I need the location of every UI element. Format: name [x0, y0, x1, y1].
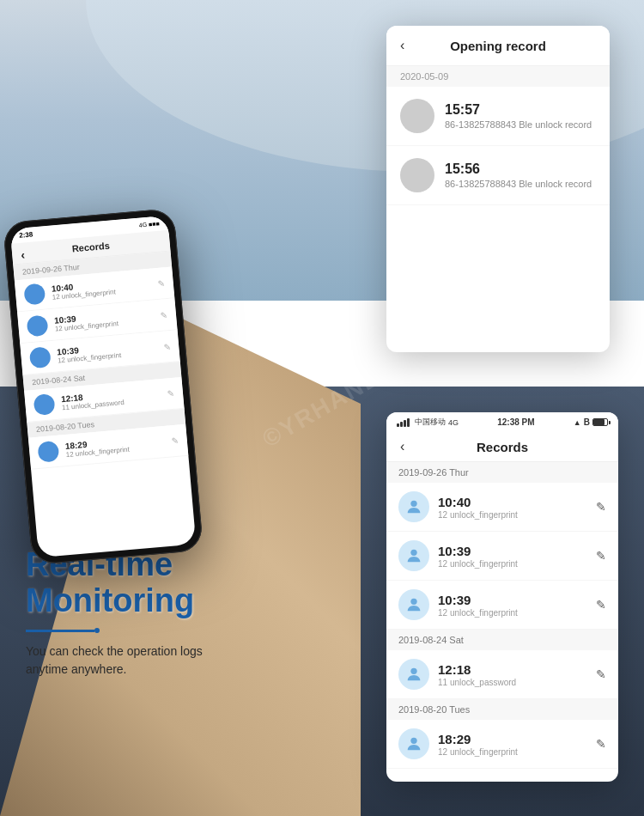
phone-edit-icon: ✎ [161, 310, 168, 320]
opening-record-back-button[interactable]: ‹ [400, 38, 404, 53]
opening-record-header: ‹ Opening record [386, 26, 610, 66]
records-time-2: 10:39 [438, 544, 596, 558]
records-avatar-3 [398, 589, 429, 620]
records-item-1: 10:40 12 unlock_fingerprint ✎ [386, 483, 618, 532]
records-date-1: 2019-09-26 Thur [386, 462, 618, 483]
records-avatar-2 [398, 540, 429, 571]
heading-divider [26, 630, 94, 632]
phone-edit-icon: ✎ [171, 435, 179, 446]
records-item-2: 10:39 12 unlock_fingerprint ✎ [386, 532, 618, 581]
records-edit-icon-2[interactable]: ✎ [596, 549, 606, 563]
phone-avatar [33, 393, 56, 416]
phone-record-info: 10:39 12 unlock_fingerprint [57, 338, 164, 365]
records-desc-1: 12 unlock_fingerprint [438, 510, 596, 520]
svg-point-1 [410, 550, 416, 556]
opening-record-time-2: 15:56 [445, 161, 592, 177]
records-time-1: 10:40 [438, 495, 596, 509]
svg-point-0 [410, 501, 416, 507]
statusbar-left: 中国移动 4G [397, 417, 459, 428]
records-info-4: 12:18 11 unlock_password [438, 662, 596, 687]
signal-bar [397, 418, 410, 427]
records-edit-icon-5[interactable]: ✎ [596, 737, 606, 751]
records-info-1: 10:40 12 unlock_fingerprint [438, 495, 596, 520]
records-desc-2: 12 unlock_fingerprint [438, 559, 596, 569]
opening-record-time-1: 15:57 [445, 102, 592, 118]
phone-nav-title: Records [71, 241, 110, 254]
description: You can check the operation logsanytime … [26, 642, 203, 679]
records-card: 中国移动 4G 12:38 PM ▲ B ‹ Records 2019-09-2… [386, 412, 618, 782]
records-avatar-4 [398, 659, 429, 690]
phone-edit-icon: ✎ [163, 342, 171, 352]
phone-record-info: 12:18 11 unlock_password [61, 386, 168, 412]
phone-edit-icon: ✎ [157, 278, 165, 289]
person-icon-2 [404, 546, 423, 565]
opening-record-title: Opening record [450, 39, 546, 53]
records-item-3: 10:39 12 unlock_fingerprint ✎ [386, 581, 618, 630]
heading-line2: Monitoring [26, 582, 194, 618]
wifi-icon: ▲ [574, 418, 581, 427]
records-avatar-5 [398, 728, 429, 759]
svg-point-2 [410, 599, 416, 605]
phone-record-info: 10:39 12 unlock_fingerprint [54, 307, 161, 333]
svg-point-4 [410, 738, 416, 744]
records-info-3: 10:39 12 unlock_fingerprint [438, 593, 596, 618]
phone-edit-icon: ✎ [167, 388, 175, 399]
phone-record-info: 10:40 12 unlock_fingerprint [51, 275, 158, 301]
records-edit-icon-3[interactable]: ✎ [596, 598, 606, 612]
person-icon-1 [404, 497, 423, 516]
phone-nav-back: ‹ [21, 247, 26, 261]
left-text-block: Real-time Monitoring You can check the o… [26, 547, 203, 679]
phone-avatar [27, 314, 49, 337]
statusbar-time: 12:38 PM [497, 417, 534, 427]
opening-record-card: ‹ Opening record 2020-05-09 15:57 86-138… [386, 26, 610, 352]
bluetooth-icon: B [584, 417, 590, 427]
opening-record-item-1: 15:57 86-13825788843 Ble unlock record [386, 87, 610, 146]
phone-record-info: 18:29 12 unlock_fingerprint [64, 432, 172, 459]
phone-screen: 2:38 4G ■■■ ‹ Records 2019-09-26 Thur 10… [10, 216, 197, 558]
records-time-3: 10:39 [438, 593, 596, 607]
opening-record-item-2: 15:56 86-13825788843 Ble unlock record [386, 146, 610, 205]
battery-icon [592, 418, 608, 426]
phone-body: 2:38 4G ■■■ ‹ Records 2019-09-26 Thur 10… [3, 208, 204, 565]
opening-record-date: 2020-05-09 [386, 66, 610, 87]
phone-avatar [29, 346, 52, 368]
svg-point-3 [410, 668, 416, 674]
records-navbar: ‹ Records [386, 432, 618, 462]
records-back-button[interactable]: ‹ [400, 439, 404, 454]
records-date-3: 2019-08-20 Tues [386, 699, 618, 720]
records-date-2: 2019-08-24 Sat [386, 630, 618, 650]
opening-record-desc-2: 86-13825788843 Ble unlock record [445, 179, 592, 189]
person-icon-4 [404, 665, 423, 684]
records-desc-4: 11 unlock_password [438, 678, 596, 687]
records-item-5: 18:29 12 unlock_fingerprint ✎ [386, 720, 618, 769]
records-edit-icon-4[interactable]: ✎ [596, 667, 606, 681]
records-edit-icon-1[interactable]: ✎ [596, 500, 606, 514]
records-statusbar: 中国移动 4G 12:38 PM ▲ B [386, 412, 618, 432]
statusbar-right: ▲ B [574, 417, 608, 427]
records-time-4: 12:18 [438, 662, 596, 677]
person-icon-5 [404, 734, 423, 753]
network-text: 4G [448, 418, 459, 427]
battery-fill [593, 419, 605, 425]
records-item-4: 12:18 11 unlock_password ✎ [386, 650, 618, 699]
phone-time: 2:38 [19, 230, 33, 239]
records-avatar-1 [398, 491, 429, 522]
opening-record-avatar-2 [400, 158, 434, 192]
records-time-5: 18:29 [438, 732, 596, 746]
person-icon-3 [404, 595, 423, 614]
opening-record-avatar-1 [400, 99, 434, 133]
records-desc-3: 12 unlock_fingerprint [438, 608, 596, 618]
records-desc-5: 12 unlock_fingerprint [438, 747, 596, 757]
opening-record-info-1: 15:57 86-13825788843 Ble unlock record [445, 102, 592, 130]
records-title: Records [477, 440, 528, 454]
phone-avatar [37, 441, 59, 463]
records-info-5: 18:29 12 unlock_fingerprint [438, 732, 596, 757]
phone-carrier: 4G ■■■ [139, 221, 160, 228]
records-info-2: 10:39 12 unlock_fingerprint [438, 544, 596, 569]
opening-record-desc-1: 86-13825788843 Ble unlock record [445, 119, 592, 130]
opening-record-info-2: 15:56 86-13825788843 Ble unlock record [445, 161, 592, 189]
phone-mockup: 2:38 4G ■■■ ‹ Records 2019-09-26 Thur 10… [17, 215, 189, 558]
carrier-text: 中国移动 [415, 417, 446, 428]
phone-avatar [23, 283, 46, 306]
